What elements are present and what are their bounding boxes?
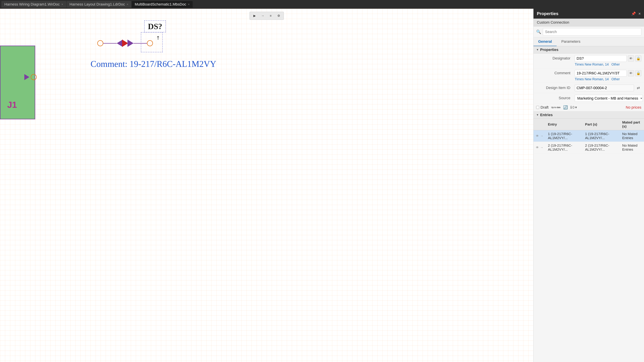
entry-row1-mated: No Mated Entries [620,130,644,142]
ds-left-port-circle[interactable] [97,40,103,46]
ds-comment-label: Comment: 19-217/R6C-AL1M2VY [90,59,216,69]
entries-table: Entry Part (s) Mated part (s) [534,119,644,153]
j1-component[interactable]: J1 [0,45,35,119]
section-properties-label: Properties [540,48,558,52]
designator-other-link[interactable]: Other [612,62,620,66]
refresh-icon[interactable]: 🔄 [563,105,568,110]
toolbar-forward-button[interactable]: → [259,12,266,19]
entry-row1-part: 1 (19-217/R6C-AL1M2VY/... [583,130,620,142]
panel-pin-icon[interactable]: 📌 [631,11,636,16]
main-layout: ▶ → ≡ ⚙ J1 DS? ↗ [0,9,644,362]
tab-multiboard-close-icon[interactable]: × [188,3,190,6]
entry-row2-part: 2 (19-217/R6C-AL1M2VY/... [583,142,620,153]
canvas-content: J1 DS? ↗ [0,9,533,362]
comment-eye-button[interactable]: 👁 [628,70,634,76]
info-count: 0 [572,105,574,110]
entries-col-entry: Entry [546,119,583,130]
ds-left-arrow-icon [117,39,123,47]
entries-col-mated: Mated part (s) [620,119,644,130]
comment-font-link[interactable]: Times New Roman, 14 [575,77,609,81]
draft-checkbox[interactable] [536,106,539,109]
entry-row2-entry: 2 (19-217/R6C-AL1M2VY/... [546,142,583,153]
tab-layout-drawing-label: Harness Layout Drawing1.LdrDoc [70,2,125,6]
tab-general[interactable]: General [534,37,556,46]
panel-header-icons: 📌 × [631,11,641,16]
entry-row1-arrow-icon[interactable]: → [540,134,543,138]
comment-input[interactable] [575,70,626,77]
designator-font-link[interactable]: Times New Roman, 14 [575,62,609,66]
section-collapse-icon: ▼ [536,48,539,51]
designator-row: Designator 👁 🔒 Times New Roman, 14 Other [534,53,644,68]
tab-multiboard-label: MultiBoardSchematic1.MbsDoc [135,2,186,6]
info-button[interactable]: ℹ 0 ▾ [570,105,577,110]
canvas-area[interactable]: ▶ → ≡ ⚙ J1 DS? ↗ [0,9,533,362]
designator-label: Designator [536,55,573,60]
tab-wiring-diagram-label: Harness Wiring Diagram1.WirDoc [4,2,60,6]
panel-close-icon[interactable]: × [638,11,641,16]
entries-section-label: Entries [540,113,553,117]
source-label: Source [536,95,573,100]
entries-section-header[interactable]: ▼ Entries [534,111,644,119]
ds-center-triangle-icon [122,39,128,47]
toolbar-run-button[interactable]: ▶ [251,12,258,19]
tab-layout-drawing[interactable]: Harness Layout Drawing1.LdrDoc × [66,1,132,8]
tab-layout-close-icon[interactable]: × [126,3,128,6]
ds-diagonal-arrow: ↗ [154,34,161,41]
tab-parameters[interactable]: Parameters [556,37,585,46]
up-to-date-label: Up to date [551,106,560,109]
design-item-id-label: Design Item ID [536,85,573,90]
comment-lock-button[interactable]: 🔒 [635,70,641,76]
ds-left-line [103,43,117,43]
tab-bar: Harness Wiring Diagram1.WirDoc × Harness… [0,0,644,9]
source-select[interactable]: Marketing Content - MB and Harness Local [575,95,643,102]
comment-row: Comment 👁 🔒 Times New Roman, 14 Other [534,68,644,83]
entries-col-parts: Part (s) [583,119,620,130]
ds-right-line [134,43,147,43]
entry-row2-arrow-icon[interactable]: → [540,146,543,149]
comment-other-link[interactable]: Other [612,77,620,81]
designator-input[interactable] [575,55,626,62]
draft-label: Draft [540,105,548,110]
design-item-id-input[interactable] [575,85,634,91]
toolbar-menu-button[interactable]: ≡ [267,12,274,19]
design-item-id-value-area: ⇄ [575,85,641,91]
designator-eye-button[interactable]: 👁 [628,55,634,61]
designator-lock-button[interactable]: 🔒 [635,55,641,61]
draft-checkbox-label[interactable]: Draft [536,105,548,110]
design-item-id-row: Design Item ID ⇄ [534,83,644,93]
ds-left-connection [97,39,153,47]
entry-row2-mated: No Mated Entries [620,142,644,153]
tab-multiboard-schematic[interactable]: MultiBoardSchematic1.MbsDoc × [132,1,192,8]
table-row[interactable]: 👁 → 1 (19-217/R6C-AL1M2VY/... 1 (19-217/… [534,130,644,142]
bottom-bar: Draft Up to date 🔄 ℹ 0 ▾ No prices [534,104,644,111]
entries-collapse-icon: ▼ [536,113,539,116]
info-dropdown-icon[interactable]: ▾ [575,105,577,110]
floating-toolbar: ▶ → ≡ ⚙ [250,12,284,20]
tab-wiring-close-icon[interactable]: × [62,3,63,6]
entry-row1-entry: 1 (19-217/R6C-AL1M2VY/... [546,130,583,142]
comment-value-area: 👁 🔒 Times New Roman, 14 Other [575,70,641,81]
j1-port-circle[interactable] [31,74,37,80]
tab-wiring-diagram[interactable]: Harness Wiring Diagram1.WirDoc × [1,1,66,8]
comment-label: Comment [536,70,573,75]
entries-col-entry-icon [534,119,546,130]
properties-section-header[interactable]: ▼ Properties [534,46,644,53]
panel-title: Properties [537,11,558,16]
search-input[interactable] [543,28,641,35]
table-row[interactable]: 👁 → 2 (19-217/R6C-AL1M2VY/... 2 (19-217/… [534,142,644,153]
design-item-id-sync-button[interactable]: ⇄ [635,85,641,91]
search-bar: 🔍 [534,26,644,37]
toolbar-settings-button[interactable]: ⚙ [275,12,282,19]
entries-section: ▼ Entries Entry Part (s) Mated part ( [534,111,644,362]
properties-panel: Properties 📌 × Custom Connection 🔍 Gener… [533,9,644,362]
entry-row1-icons: 👁 → [534,130,546,142]
ds-right-port-circle[interactable] [147,40,153,46]
no-prices-label: No prices [626,105,641,110]
entry-row2-eye-icon[interactable]: 👁 [536,146,539,149]
j1-label: J1 [7,100,17,110]
search-icon: 🔍 [536,29,541,34]
source-value-area: Marketing Content - MB and Harness Local [575,95,643,102]
j1-arrow-icon [24,74,29,80]
entry-row1-eye-icon[interactable]: 👁 [536,134,539,138]
panel-header: Properties 📌 × [534,9,644,18]
